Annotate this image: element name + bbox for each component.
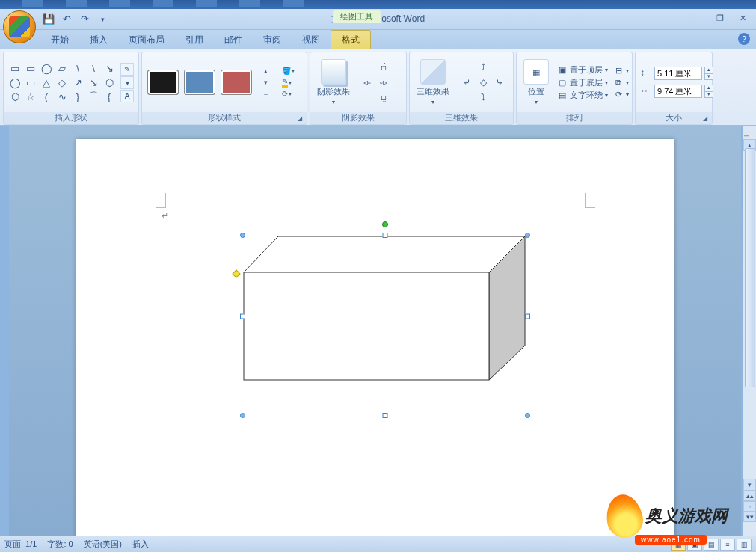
tab-references[interactable]: 引用	[175, 31, 214, 49]
nudge-up-icon[interactable]: ▫̂	[376, 61, 391, 74]
style-swatch-red[interactable]	[221, 70, 252, 95]
tab-home[interactable]: 开始	[40, 31, 79, 49]
nudge-left-icon[interactable]: ◃▫	[360, 76, 375, 89]
status-words[interactable]: 字数: 0	[47, 539, 73, 550]
resize-handle[interactable]	[383, 233, 388, 238]
shadow-effects-button[interactable]: 阴影效果 ▾	[314, 58, 353, 107]
tilt-down-icon[interactable]: ⤵	[476, 91, 491, 104]
scroll-thumb[interactable]	[745, 148, 755, 387]
nudge-down-icon[interactable]: ▫̬	[376, 91, 391, 104]
shape-item[interactable]: ▭	[7, 61, 22, 75]
text-wrap-button[interactable]: ▤文字环绕▾	[557, 90, 608, 101]
qat-save-icon[interactable]: 💾	[40, 12, 57, 27]
shape-item[interactable]: \	[86, 61, 101, 75]
align-button[interactable]: ⊟▾	[613, 65, 629, 76]
width-input[interactable]	[654, 85, 702, 98]
office-button[interactable]	[3, 10, 36, 43]
tilt-center-icon[interactable]: ◇	[476, 76, 491, 89]
status-page[interactable]: 页面: 1/1	[4, 539, 37, 550]
text-box-icon[interactable]: A	[120, 90, 134, 102]
adjust-handle[interactable]	[232, 269, 240, 277]
shape-item[interactable]: ◯	[39, 61, 54, 75]
tab-review[interactable]: 审阅	[253, 31, 292, 49]
styles-launcher-icon[interactable]: ◢	[298, 115, 305, 123]
shape-item[interactable]: ◯	[7, 76, 22, 89]
shape-item[interactable]: ↘	[102, 61, 117, 75]
width-up-icon[interactable]: ▴	[704, 85, 713, 91]
status-language[interactable]: 英语(美国)	[84, 539, 122, 550]
shape-item[interactable]: ⌒	[86, 90, 101, 103]
tab-mailings[interactable]: 邮件	[214, 31, 253, 49]
shape-item[interactable]: ↗	[70, 76, 85, 89]
qat-redo-icon[interactable]: ↷	[76, 12, 93, 27]
style-row-down-icon[interactable]: ▾	[259, 77, 272, 88]
style-swatch-blue[interactable]	[184, 70, 215, 95]
page[interactable]: ↵ Ba jing	[76, 139, 674, 536]
restore-button[interactable]: ❐	[711, 12, 729, 24]
resize-handle[interactable]	[525, 314, 530, 319]
shape-item[interactable]: ▭	[23, 76, 38, 89]
shape-item[interactable]: ◇	[55, 76, 70, 89]
shape-item[interactable]: ▱	[55, 61, 70, 75]
style-swatch-black[interactable]	[147, 70, 179, 95]
shape-item[interactable]: }	[70, 90, 85, 103]
more-shapes-icon[interactable]: ▾	[120, 76, 134, 89]
resize-handle[interactable]	[240, 413, 245, 418]
resize-handle[interactable]	[240, 314, 245, 319]
height-input[interactable]	[654, 67, 702, 80]
shape-item[interactable]: ⬡	[102, 76, 117, 89]
status-mode[interactable]: 插入	[132, 539, 149, 550]
qat-undo-icon[interactable]: ↶	[58, 12, 75, 27]
resize-handle[interactable]	[240, 233, 245, 238]
nudge-right-icon[interactable]: ▫▹	[376, 76, 391, 89]
bring-front-button[interactable]: ▣置于顶层▾	[557, 64, 608, 76]
size-launcher-icon[interactable]: ◢	[703, 115, 710, 123]
width-down-icon[interactable]: ▾	[704, 91, 713, 98]
shape-fill-button[interactable]: 🪣▾	[282, 67, 295, 75]
height-down-icon[interactable]: ▾	[704, 73, 713, 80]
resize-handle[interactable]	[525, 413, 530, 418]
width-icon: ↔	[640, 85, 652, 97]
shape-item[interactable]: ☆	[23, 90, 38, 103]
qat-customize-icon[interactable]: ▾	[94, 12, 111, 27]
position-button[interactable]: ▦ 位置 ▾	[520, 58, 552, 107]
selected-shape-cube[interactable]	[242, 235, 528, 398]
shape-item[interactable]: ▭	[23, 61, 38, 75]
shape-item[interactable]: (	[39, 90, 54, 103]
edit-shape-icon[interactable]: ✎	[120, 63, 134, 76]
document-area[interactable]: ↵ Ba jing	[9, 126, 741, 536]
ribbon: ▭ ▭ ◯ ▱ \ \ ↘ ◯ ▭ △ ◇ ↗ ↘ ⬡ ⬡ ☆ ( ∿ } ⌒	[0, 49, 756, 126]
shape-item[interactable]: ↘	[86, 76, 101, 89]
vertical-scrollbar[interactable]: ⎯ ▴ ▴▴ ◦ ▾▾ ▾	[743, 126, 756, 536]
tab-format[interactable]: 格式	[331, 30, 371, 49]
send-back-button[interactable]: ▢置于底层▾	[557, 77, 608, 88]
shape-outline-button[interactable]: ✎▾	[282, 77, 295, 88]
shapes-gallery[interactable]: ▭ ▭ ◯ ▱ \ \ ↘ ◯ ▭ △ ◇ ↗ ↘ ⬡ ⬡ ☆ ( ∿ } ⌒	[7, 61, 117, 103]
change-shape-button[interactable]: ⟳▾	[282, 90, 295, 98]
resize-handle[interactable]	[383, 413, 388, 418]
shape-item[interactable]: △	[39, 76, 54, 89]
height-icon: ↕	[640, 67, 652, 79]
style-more-icon[interactable]: ＝	[259, 88, 272, 99]
tab-view[interactable]: 视图	[292, 31, 331, 49]
help-icon[interactable]: ?	[738, 33, 750, 45]
tab-page-layout[interactable]: 页面布局	[118, 31, 175, 49]
tilt-left-icon[interactable]: ⤶	[459, 76, 474, 89]
style-row-up-icon[interactable]: ▴	[259, 66, 272, 76]
3d-effects-button[interactable]: 三维效果 ▾	[414, 58, 452, 107]
rotate-button[interactable]: ⟳▾	[613, 89, 629, 99]
split-icon[interactable]: ⎯	[744, 127, 755, 138]
tilt-up-icon[interactable]: ⤴	[476, 61, 491, 74]
close-button[interactable]: ✕	[734, 12, 752, 24]
shape-item[interactable]: ⬡	[7, 90, 22, 103]
shape-item[interactable]: {	[102, 90, 117, 103]
rotate-handle[interactable]	[382, 221, 388, 227]
tab-insert[interactable]: 插入	[79, 31, 118, 49]
group-button[interactable]: ⧉▾	[613, 77, 629, 88]
tilt-right-icon[interactable]: ⤷	[492, 76, 507, 89]
minimize-button[interactable]: —	[689, 12, 707, 24]
height-up-icon[interactable]: ▴	[704, 67, 713, 73]
shape-item[interactable]: \	[70, 61, 85, 75]
shape-item[interactable]: ∿	[55, 90, 70, 103]
resize-handle[interactable]	[525, 233, 530, 238]
